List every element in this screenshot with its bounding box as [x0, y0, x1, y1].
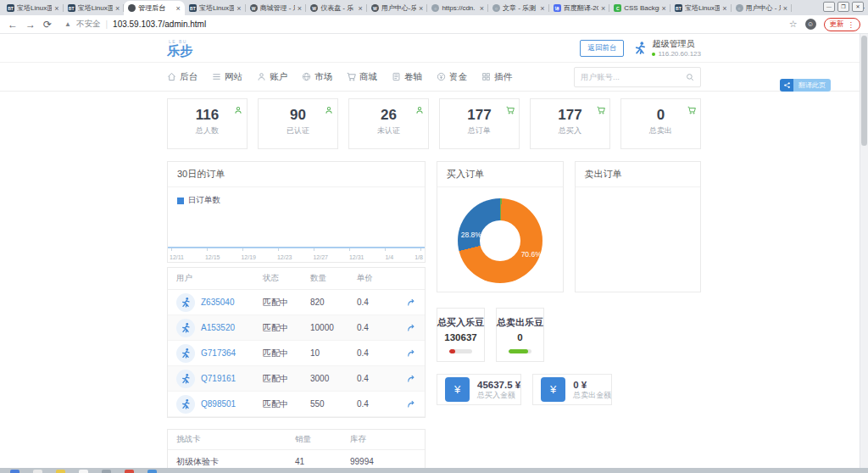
- browser-tab[interactable]: 译 百度翻译-20 ×: [549, 1, 610, 15]
- chart-legend[interactable]: 日订单数: [177, 195, 220, 206]
- tab-favicon-icon: BT: [675, 4, 682, 12]
- restore-button[interactable]: ❐: [837, 2, 849, 12]
- nav-item[interactable]: 商城: [347, 71, 377, 83]
- bookmark-star-icon[interactable]: ☆: [789, 19, 798, 30]
- search-icon[interactable]: [686, 73, 694, 81]
- url-text[interactable]: 103.59.103.7/admin.html: [113, 19, 206, 29]
- tab-close-icon[interactable]: ×: [236, 4, 241, 13]
- tab-close-icon[interactable]: ×: [298, 4, 302, 13]
- reload-icon[interactable]: ⟳: [43, 19, 52, 30]
- update-button[interactable]: 更新 ⋮: [824, 18, 861, 31]
- tab-close-icon[interactable]: ×: [480, 4, 484, 13]
- browser-tab[interactable]: ○ https://cdn. ×: [427, 1, 488, 15]
- browser-tab[interactable]: BT 宝塔Linux面 ×: [64, 1, 125, 15]
- sell-amount-card: ¥ 0 ¥ 总卖出金额: [532, 374, 612, 405]
- sell-amount-value: 0 ¥: [573, 379, 611, 391]
- security-warning-icon[interactable]: ▲: [64, 20, 71, 28]
- order-status: 匹配中: [263, 373, 310, 385]
- tab-favicon-icon: BT: [7, 4, 14, 12]
- forward-icon[interactable]: →: [25, 19, 36, 30]
- admin-info[interactable]: 超级管理员 116.20.60.123: [632, 38, 701, 58]
- tab-close-icon[interactable]: ×: [722, 4, 726, 13]
- tab-close-icon[interactable]: ×: [54, 4, 58, 13]
- user-id-link[interactable]: Q898501: [201, 399, 236, 409]
- nav-item-label: 插件: [494, 71, 512, 83]
- runner-avatar-icon: [176, 293, 195, 312]
- taskbar-icon[interactable]: [79, 470, 88, 473]
- taskbar-icon[interactable]: [33, 470, 42, 473]
- browser-tab[interactable]: BT 宝塔Linux面 ×: [3, 1, 64, 15]
- menu-dots-icon[interactable]: ⋮: [848, 20, 855, 29]
- tab-close-icon[interactable]: ×: [115, 4, 120, 13]
- order-status: 匹配中: [263, 398, 310, 410]
- user-id-link[interactable]: Q719161: [201, 374, 236, 383]
- globe-icon: [302, 72, 311, 81]
- browser-tab[interactable]: W 用户中心-乐 ×: [367, 1, 428, 15]
- forward-arrow-icon[interactable]: [398, 323, 425, 332]
- cart-icon: [687, 103, 696, 118]
- tab-favicon-icon: ○: [492, 4, 500, 12]
- x-axis-label: 12/15: [205, 254, 220, 260]
- back-to-front-button[interactable]: 返回前台: [580, 40, 624, 57]
- tab-close-icon[interactable]: ×: [662, 4, 666, 13]
- nav-item[interactable]: 资金: [437, 71, 467, 83]
- user-id-link[interactable]: Z635040: [201, 298, 234, 307]
- runner-avatar-icon: [176, 344, 195, 363]
- user-search-input[interactable]: [581, 72, 686, 81]
- sell-ledou-title: 总卖出乐豆: [497, 316, 543, 329]
- address-bar[interactable]: ▲ 不安全 | 103.59.103.7/admin.html: [59, 19, 782, 30]
- nav-item[interactable]: 后台: [167, 71, 198, 83]
- taskbar-icon[interactable]: [102, 470, 111, 473]
- taskbar-icon[interactable]: [56, 470, 65, 473]
- taskbar-icon[interactable]: [125, 470, 134, 473]
- tab-close-icon[interactable]: ×: [358, 4, 362, 13]
- stat-card: 0 总卖出: [620, 98, 701, 149]
- browser-tab[interactable]: ○ 文章 - 乐测 ×: [488, 1, 549, 15]
- minimize-button[interactable]: —: [823, 2, 835, 12]
- forward-arrow-icon[interactable]: [398, 374, 425, 383]
- user-search-box[interactable]: [574, 67, 701, 87]
- browser-tab[interactable]: ○ 用户中心 - 乐 ×: [732, 1, 793, 15]
- scrollbar-thumb[interactable]: [861, 36, 867, 146]
- site-nav: 后台 网站: [0, 63, 868, 92]
- tab-close-icon[interactable]: ×: [419, 4, 423, 13]
- forward-arrow-icon[interactable]: [398, 399, 425, 409]
- browser-tab[interactable]: W 仪表盘 - 乐 ×: [306, 1, 367, 15]
- close-button[interactable]: ✕: [852, 2, 864, 12]
- user-id-link[interactable]: G717364: [201, 348, 236, 358]
- tab-close-icon[interactable]: ×: [783, 4, 787, 13]
- nav-item[interactable]: 插件: [481, 71, 512, 83]
- nav-item[interactable]: 市场: [302, 71, 332, 83]
- browser-tab[interactable]: 管理后台 ×: [124, 1, 185, 15]
- tab-title: 商城管理 - 乐: [260, 3, 295, 13]
- table-row: Z635040 匹配中 820 0.4: [168, 290, 425, 315]
- browser-tab[interactable]: W 商城管理 - 乐 ×: [246, 1, 307, 15]
- browser-tab[interactable]: C CSS Backgr ×: [609, 1, 670, 15]
- logo-text: 乐步: [167, 44, 192, 57]
- profile-avatar-icon[interactable]: ☺: [805, 19, 816, 30]
- tab-title: 百度翻译-20: [564, 3, 598, 13]
- forward-arrow-icon[interactable]: [398, 298, 425, 307]
- home-icon: [167, 72, 176, 81]
- translate-widget-label[interactable]: 翻译此页: [793, 79, 831, 92]
- nav-item[interactable]: 网站: [212, 71, 242, 83]
- tab-close-icon[interactable]: ×: [540, 4, 544, 13]
- browser-tab[interactable]: BT 宝塔Linux面 ×: [670, 1, 732, 15]
- translate-widget[interactable]: 翻译此页: [780, 79, 831, 92]
- nav-item[interactable]: 账户: [257, 71, 287, 83]
- nav-item[interactable]: 卷轴: [392, 71, 422, 83]
- buy-orders-donut-chart: 28.8% 70.6%: [458, 198, 542, 283]
- site-logo[interactable]: LE BU 乐步: [167, 40, 192, 57]
- tab-close-icon[interactable]: ×: [176, 4, 181, 13]
- page-scrollbar[interactable]: [860, 34, 868, 473]
- forward-arrow-icon[interactable]: [398, 348, 425, 358]
- admin-ip: 116.20.60.123: [652, 50, 701, 58]
- back-icon[interactable]: ←: [8, 19, 18, 30]
- buy-ledou-value: 130637: [437, 332, 484, 342]
- taskbar-icon[interactable]: [147, 470, 157, 473]
- browser-tab[interactable]: BT 宝塔Linux面 ×: [185, 1, 246, 15]
- taskbar-icon[interactable]: [10, 470, 19, 473]
- user-id-link[interactable]: A153520: [201, 323, 235, 332]
- windows-taskbar[interactable]: [0, 468, 868, 473]
- tab-close-icon[interactable]: ×: [601, 4, 605, 13]
